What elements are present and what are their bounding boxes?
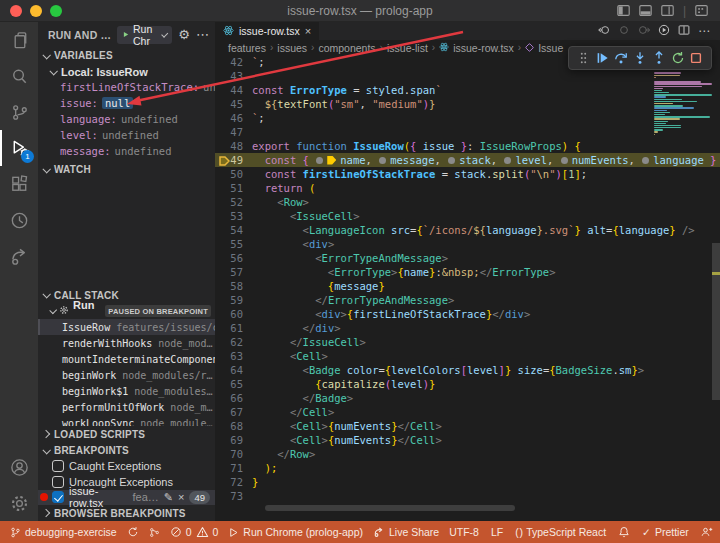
line-number[interactable]: 69 xyxy=(215,433,252,447)
line-number[interactable]: 57 xyxy=(215,265,252,279)
search-icon[interactable] xyxy=(0,58,38,94)
variable-row[interactable]: message:undefined xyxy=(38,143,215,159)
breadcrumb-item[interactable]: issue-list xyxy=(387,42,428,54)
explorer-icon[interactable] xyxy=(0,22,38,58)
split-editor-icon[interactable] xyxy=(678,22,690,40)
call-stack-section-header[interactable]: CALL STACK xyxy=(38,287,215,303)
code-line[interactable]: 53 <IssueCell> xyxy=(215,209,720,223)
remove-breakpoint-icon[interactable]: × xyxy=(178,491,184,503)
code-line[interactable]: 59 </ErrorTypeAndMessage> xyxy=(215,293,720,307)
line-number[interactable]: 67 xyxy=(215,405,252,419)
step-out-icon[interactable] xyxy=(650,49,667,67)
callstack-frame[interactable]: mountIndeterminateComponent xyxy=(38,351,215,367)
run-and-debug-icon[interactable]: 1 xyxy=(0,130,38,166)
extensions-icon[interactable] xyxy=(0,166,38,202)
code-editor[interactable]: 42`;4344const ErrorType = styled.span`45… xyxy=(215,55,720,521)
encoding-status-item[interactable]: UTF-8 xyxy=(449,526,479,538)
code-line[interactable]: 72} xyxy=(215,475,720,489)
tab-issue-row[interactable]: issue-row.tsx × xyxy=(215,22,319,40)
record-icon[interactable] xyxy=(618,22,630,40)
callstack-frame[interactable]: beginWorknode_modules/r… xyxy=(38,367,215,383)
line-number[interactable]: 70 xyxy=(215,447,252,461)
history-clock-icon[interactable] xyxy=(0,202,38,238)
code-line[interactable]: 48export function IssueRow({ issue }: Is… xyxy=(215,139,720,153)
bell-status-icon[interactable] xyxy=(618,526,630,538)
code-line[interactable]: 70 </Row> xyxy=(215,447,720,461)
line-number[interactable]: 73 xyxy=(215,489,252,503)
breadcrumb-item[interactable]: features xyxy=(228,42,266,54)
variable-row[interactable]: firstLineOfStackTrace:undefin… xyxy=(38,79,215,95)
settings-gear-icon[interactable] xyxy=(0,485,38,521)
line-number[interactable]: 44 xyxy=(215,83,252,97)
reverse-continue-icon[interactable] xyxy=(598,22,610,40)
editor-more-actions-icon[interactable]: ⋯ xyxy=(698,24,710,38)
line-number[interactable]: 43 xyxy=(215,69,252,83)
code-line[interactable]: 47 xyxy=(215,125,720,139)
line-number[interactable]: 42 xyxy=(215,55,252,69)
line-number[interactable]: 46 xyxy=(215,111,252,125)
code-line[interactable]: 49 const { name, message, stack, level, … xyxy=(215,153,720,167)
line-number[interactable]: 50 xyxy=(215,167,252,181)
breadcrumb-item[interactable]: Issue xyxy=(538,42,563,54)
toggle-secondary-sidebar-icon[interactable] xyxy=(661,4,674,17)
code-line[interactable]: 62 </IssueCell> xyxy=(215,335,720,349)
feedback-status-icon[interactable] xyxy=(701,526,713,538)
replay-icon[interactable] xyxy=(638,22,650,40)
code-line[interactable]: 60 <div>{firstLineOfStackTrace}</div> xyxy=(215,307,720,321)
line-number[interactable]: 54 xyxy=(215,223,252,237)
code-line[interactable]: 58 {message} xyxy=(215,279,720,293)
line-number[interactable]: 68 xyxy=(215,419,252,433)
loaded-scripts-section-header[interactable]: LOADED SCRIPTS xyxy=(38,426,215,443)
line-number[interactable]: 66 xyxy=(215,391,252,405)
step-into-icon[interactable] xyxy=(631,49,648,67)
code-line[interactable]: 69 <Cell>{numEvents}</Cell> xyxy=(215,433,720,447)
stop-icon[interactable] xyxy=(688,49,705,67)
caught-exceptions-row[interactable]: Caught Exceptions xyxy=(38,459,215,475)
code-line[interactable]: 56 <ErrorTypeAndMessage> xyxy=(215,251,720,265)
line-number[interactable]: 48 xyxy=(215,139,252,153)
line-number[interactable]: 62 xyxy=(215,335,252,349)
code-line[interactable]: 43 xyxy=(215,69,720,83)
line-number[interactable]: 53 xyxy=(215,209,252,223)
line-number[interactable]: 65 xyxy=(215,377,252,391)
code-line[interactable]: 50 const firstLineOfStackTrace = stack.s… xyxy=(215,167,720,181)
variables-section-header[interactable]: VARIABLES xyxy=(38,48,215,64)
toggle-panel-icon[interactable] xyxy=(639,4,652,17)
code-line[interactable]: 71 ); xyxy=(215,461,720,475)
accounts-icon[interactable] xyxy=(0,449,38,485)
scrollbar-thumb[interactable] xyxy=(712,243,720,400)
line-number[interactable]: 63 xyxy=(215,349,252,363)
breadcrumb-item[interactable]: issues xyxy=(277,42,307,54)
code-line[interactable]: 61 </div> xyxy=(215,321,720,335)
live-share-status-item[interactable]: Live Share xyxy=(373,526,439,538)
breadcrumb-item[interactable]: issue-row.tsx xyxy=(453,42,514,54)
code-line[interactable]: 67 </Cell> xyxy=(215,405,720,419)
line-number[interactable]: 64 xyxy=(215,363,252,377)
code-line[interactable]: 52 <Row> xyxy=(215,195,720,209)
line-number[interactable]: 52 xyxy=(215,195,252,209)
toolbar-drag-handle[interactable] xyxy=(575,49,592,67)
code-line[interactable]: 64 <Badge color={levelColors[level]} siz… xyxy=(215,363,720,377)
debug-settings-gear-icon[interactable]: ⚙ xyxy=(178,27,190,42)
line-number[interactable]: 55 xyxy=(215,237,252,251)
file-breakpoint-checkbox[interactable] xyxy=(52,491,64,503)
toggle-primary-sidebar-icon[interactable] xyxy=(617,4,630,17)
line-number[interactable]: 49 xyxy=(215,153,252,167)
callstack-frame[interactable]: beginWork$1node_modules… xyxy=(38,383,215,399)
callstack-frame[interactable]: performUnitOfWorknode_m… xyxy=(38,399,215,415)
code-line[interactable]: 57 <ErrorType>{name}:&nbsp;</ErrorType> xyxy=(215,265,720,279)
line-number[interactable]: 56 xyxy=(215,251,252,265)
uncaught-exceptions-checkbox[interactable] xyxy=(52,476,64,488)
line-number[interactable]: 45 xyxy=(215,97,252,111)
launch-config-dropdown[interactable]: Run Chr xyxy=(117,26,172,44)
line-number[interactable]: 61 xyxy=(215,321,252,335)
line-number[interactable]: 72 xyxy=(215,475,252,489)
run-config-status-item[interactable]: Run Chrome (prolog-app) xyxy=(228,526,363,538)
breakpoints-section-header[interactable]: BREAKPOINTS xyxy=(38,443,215,459)
variable-row[interactable]: issue:null xyxy=(38,95,215,111)
line-number[interactable]: 47 xyxy=(215,125,252,139)
horizontal-scrollbar-thumb[interactable] xyxy=(265,505,515,511)
minimap[interactable] xyxy=(654,68,712,138)
more-actions-icon[interactable]: ⋯ xyxy=(196,27,209,42)
code-lines[interactable]: 42`;4344const ErrorType = styled.span`45… xyxy=(215,55,720,503)
